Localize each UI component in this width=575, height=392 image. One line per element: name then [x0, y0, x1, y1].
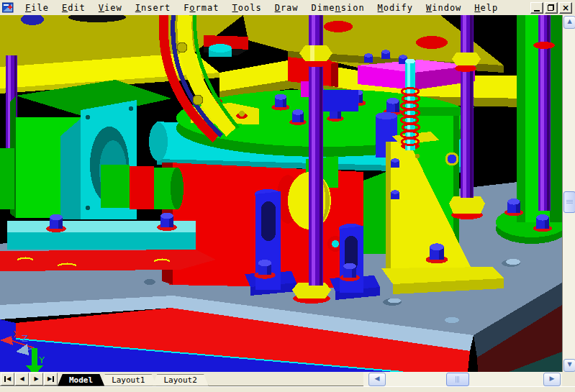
- scrollbar-corner: [562, 372, 575, 386]
- first-tab-button[interactable]: ◀: [1, 373, 14, 386]
- previous-tab-button[interactable]: ◀: [15, 373, 29, 386]
- menu-item-draw[interactable]: Draw: [268, 1, 305, 14]
- horizontal-scrollbar[interactable]: ◀ ▶: [363, 372, 562, 386]
- menu-item-edit[interactable]: Edit: [55, 1, 92, 14]
- scroll-left-button[interactable]: ◀: [368, 373, 386, 386]
- close-icon: ×: [560, 4, 571, 13]
- scroll-down-button[interactable]: ▼: [563, 359, 575, 372]
- tab-model[interactable]: Model: [58, 374, 104, 386]
- ucs-x-label: X: [13, 329, 19, 339]
- vertical-scrollbar[interactable]: ▲ ▼: [562, 15, 575, 372]
- window-controls: ×: [530, 2, 575, 14]
- tab-layout2[interactable]: Layout2: [152, 374, 208, 386]
- menu-item-modify[interactable]: Modify: [371, 1, 420, 14]
- close-button[interactable]: ×: [559, 2, 572, 14]
- menu-item-window[interactable]: Window: [420, 1, 468, 14]
- scroll-right-button[interactable]: ▶: [543, 373, 561, 386]
- menu-item-view[interactable]: View: [92, 1, 129, 14]
- cad-application-window: FileEditViewInsertFormatToolsDrawDimensi…: [0, 0, 575, 392]
- layout-tabs: Model Layout1 Layout2: [62, 372, 209, 386]
- minimize-button[interactable]: [530, 2, 543, 14]
- tab-layout1[interactable]: Layout1: [100, 374, 156, 386]
- last-tab-button[interactable]: ▶: [44, 373, 58, 386]
- menu-item-format[interactable]: Format: [177, 1, 225, 14]
- menu-bar: FileEditViewInsertFormatToolsDrawDimensi…: [0, 0, 575, 16]
- status-strip: [0, 386, 575, 392]
- menu-item-tools[interactable]: Tools: [226, 1, 268, 14]
- next-tab-button[interactable]: ▶: [30, 373, 43, 386]
- minimize-icon: [534, 10, 540, 12]
- menu-item-help[interactable]: Help: [468, 1, 504, 14]
- menu-items: FileEditViewInsertFormatToolsDrawDimensi…: [19, 1, 504, 14]
- vertical-scroll-thumb[interactable]: [563, 191, 575, 213]
- model-viewport[interactable]: X Z Y: [0, 15, 562, 372]
- menu-item-dimension[interactable]: Dimension: [305, 1, 371, 14]
- restore-button[interactable]: [545, 2, 558, 14]
- ucs-z-label: Z: [22, 333, 28, 344]
- dwg-file-icon[interactable]: [2, 2, 14, 13]
- horizontal-scroll-thumb[interactable]: [446, 373, 469, 386]
- restore-icon: [548, 4, 554, 11]
- rod-foot-right[interactable]: [449, 196, 485, 219]
- drive-shaft[interactable]: [101, 165, 184, 209]
- ucs-y-label: Y: [38, 355, 45, 365]
- rod-foot-center[interactable]: [292, 283, 331, 304]
- menu-item-file[interactable]: File: [19, 1, 55, 14]
- menu-item-insert[interactable]: Insert: [129, 1, 177, 14]
- scroll-up-button[interactable]: ▲: [563, 16, 575, 29]
